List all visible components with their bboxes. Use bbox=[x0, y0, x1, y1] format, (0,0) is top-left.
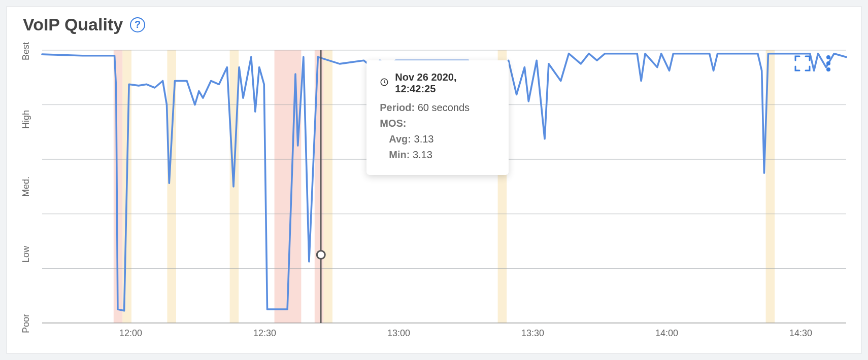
svg-point-1 bbox=[826, 61, 830, 65]
x-tick: 14:00 bbox=[655, 328, 678, 339]
y-tick-med: Med. bbox=[21, 176, 31, 197]
tooltip-min-label: Min: bbox=[389, 149, 410, 160]
card-header: VoIP Quality ? bbox=[7, 12, 861, 37]
tooltip-min-value: 3.13 bbox=[413, 149, 432, 160]
y-tick-low: Low bbox=[21, 245, 31, 262]
x-tick: 14:30 bbox=[789, 328, 812, 339]
y-tick-best: Best bbox=[21, 42, 31, 60]
y-tick-high: High bbox=[21, 110, 31, 128]
svg-point-0 bbox=[826, 55, 830, 59]
more-icon[interactable] bbox=[826, 54, 831, 73]
tooltip-avg-label: Avg: bbox=[389, 133, 411, 145]
chart-controls bbox=[793, 54, 831, 73]
x-tick: 13:00 bbox=[387, 328, 410, 339]
card-title: VoIP Quality bbox=[23, 15, 123, 34]
clock-icon bbox=[380, 78, 389, 89]
svg-point-20 bbox=[317, 251, 325, 259]
expand-icon[interactable] bbox=[793, 54, 812, 73]
tooltip-avg-value: 3.13 bbox=[414, 133, 434, 145]
chart-area[interactable]: Best High Med. Low Poor 12:00 12:30 13:0… bbox=[17, 47, 851, 343]
tooltip-mos-label: MOS: bbox=[380, 118, 406, 129]
x-tick: 12:30 bbox=[253, 328, 276, 339]
tooltip-timestamp: Nov 26 2020, 12:42:25 bbox=[395, 71, 495, 95]
y-tick-poor: Poor bbox=[21, 314, 31, 333]
tooltip-period-label: Period: bbox=[380, 102, 415, 113]
voip-quality-card: VoIP Quality ? Best High Med. L bbox=[6, 6, 862, 354]
tooltip-period-value: 60 seconds bbox=[418, 102, 470, 113]
x-tick: 13:30 bbox=[521, 328, 544, 339]
x-tick: 12:00 bbox=[119, 328, 142, 339]
svg-rect-9 bbox=[323, 50, 332, 323]
chart-tooltip: Nov 26 2020, 12:42:25 Period: 60 seconds… bbox=[366, 60, 509, 175]
svg-point-2 bbox=[826, 67, 830, 71]
help-icon[interactable]: ? bbox=[130, 17, 145, 32]
